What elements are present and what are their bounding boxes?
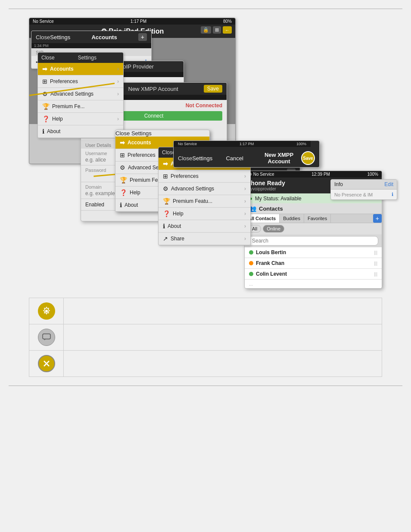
xmpp-front-time: 1:17 PM <box>240 142 254 146</box>
svg-rect-1 <box>43 334 50 339</box>
phone-ready-subtitle: Myvoipprovider <box>247 187 276 191</box>
help-label-2: Help <box>130 190 140 196</box>
online-sub-tab[interactable]: Online <box>263 225 284 233</box>
settings-ext-advanced-item[interactable]: ⚙ Advanced Settings › <box>159 183 250 195</box>
ext-share-arrow: › <box>244 236 246 242</box>
xmpp-front-title: New XMPP Account <box>257 152 301 165</box>
preferences-icon-2: ⊞ <box>120 152 125 159</box>
settings-panel-first: Close Settings ➡ Accounts › ⊞ Preference… <box>37 52 124 138</box>
favorites-tab[interactable]: Favorites <box>304 214 331 223</box>
ext-share-icon: ↗ <box>163 235 168 242</box>
buddies-tab[interactable]: Buddies <box>280 214 304 223</box>
settings-premium-item-first[interactable]: 🏆 Premium Fe... <box>38 100 123 113</box>
accounts-label: Accounts <box>50 66 74 72</box>
settings-preferences-item[interactable]: ⊞ Preferences › <box>38 75 123 88</box>
xmpp-front-save-button[interactable]: Save <box>301 151 315 165</box>
legend-row-2 <box>29 324 382 351</box>
ext-premium-arrow: › <box>244 198 246 204</box>
ext-share-label: Share <box>171 236 184 242</box>
legend-desc-2 <box>64 324 382 351</box>
battery-label: 80% <box>223 19 232 24</box>
ext-preferences-icon: ⊞ <box>163 173 168 180</box>
advanced-icon-2: ⚙ <box>120 164 125 171</box>
my-status-text: My Status: Available <box>255 196 302 202</box>
phone-ready-status-bar: ⚙ No Service 12:39 PM 100% <box>245 171 382 177</box>
xmpp-back-title: New XMPP Account <box>128 86 178 92</box>
presence-info-icon[interactable]: ℹ <box>392 192 393 197</box>
xmpp-front-cancel-btn[interactable]: Cancel <box>212 155 257 162</box>
ext-about-icon: ℹ <box>163 223 165 230</box>
settings-ext-help-item[interactable]: ❓ Help › <box>159 208 250 220</box>
presence-row: No Presence & IM ℹ <box>331 190 397 199</box>
pr-signal: ⚙ No Service <box>248 172 274 177</box>
xmpp-back-save-button[interactable]: Save <box>204 85 222 93</box>
info-panel-header: Info Edit <box>331 180 397 190</box>
preferences-icon: ⊞ <box>42 78 47 85</box>
add-account-button[interactable]: + <box>138 33 147 41</box>
settings-ext-premium-item[interactable]: 🏆 Premium Featu... › <box>159 195 250 208</box>
settings-close-btn-second[interactable]: Close <box>115 130 130 137</box>
grid-icon[interactable]: ⊞ <box>213 26 221 34</box>
about-icon-first: ℹ <box>42 128 44 135</box>
xmpp-front-settings-title: Settings <box>192 155 212 162</box>
frank-name: Frank Chan <box>256 260 284 266</box>
premium-icon-first: 🏆 <box>42 103 50 110</box>
phone-ready-label: Phone Ready <box>247 180 285 187</box>
premium-label-first: Premium Fe... <box>52 103 84 109</box>
ext-about-arrow: › <box>244 223 246 229</box>
xmpp-front-nav: Close Settings Cancel New XMPP Account S… <box>174 149 319 167</box>
search-input[interactable] <box>248 236 378 246</box>
info-title: Info <box>334 181 343 187</box>
accounts-icon: ➡ <box>42 65 47 72</box>
search-bar <box>245 234 382 247</box>
lock-icon[interactable]: 🔒 <box>201 26 211 34</box>
ext-advanced-icon: ⚙ <box>163 185 168 192</box>
ext-advanced-label: Advanced Settings <box>171 186 214 192</box>
legend-row-1 <box>29 298 382 324</box>
accounts-time: 1:34 PM <box>34 44 49 48</box>
ext-accounts-icon: ➡ <box>163 160 168 167</box>
contact-colin-levent[interactable]: Colin Levent ||| <box>245 269 382 280</box>
settings-ext-share-item[interactable]: ↗ Share › <box>159 233 250 245</box>
info-edit-btn[interactable]: Edit <box>384 181 393 187</box>
ext-help-arrow: › <box>244 211 246 217</box>
add-contact-button[interactable]: + <box>373 214 382 223</box>
legend-icon-cell-2 <box>29 324 64 351</box>
ext-about-label: About <box>168 223 181 229</box>
accounts-arrow-icon: › <box>117 66 119 72</box>
xmpp-front-close-btn[interactable]: Close <box>178 155 192 162</box>
info-panel: Info Edit Ryan Miller softphone: 2106@in… <box>330 179 397 200</box>
accounts-settings-title: Settings <box>50 34 70 40</box>
bottom-legend-table <box>29 298 382 377</box>
ext-help-label: Help <box>173 211 184 217</box>
frank-status-dot <box>249 261 253 265</box>
settings-advanced-item[interactable]: ⚙ Advanced Settings › <box>38 88 123 100</box>
settings-ext-preferences-item[interactable]: ⊞ Preferences › <box>159 170 250 183</box>
about-label-2: About <box>125 202 138 208</box>
main-status-bar: No Service 1:17 PM 80% <box>29 18 235 25</box>
contact-frank-chan[interactable]: Frank Chan ||| <box>245 258 382 269</box>
contact-louis-bertin[interactable]: Louis Bertin ||| <box>245 247 382 258</box>
settings-help-item-first[interactable]: ❓ Help › <box>38 113 123 125</box>
settings-ext-about-item[interactable]: ℹ About › <box>159 220 250 233</box>
time-label: 1:17 PM <box>131 19 146 24</box>
colin-indicator: ||| <box>374 272 377 277</box>
accounts-status-bar: 1:34 PM <box>31 43 151 48</box>
new-xmpp-front-panel: No Service 1:17 PM 100% Close Settings C… <box>173 140 320 168</box>
svg-point-0 <box>45 310 48 312</box>
settings-title-second: Settings <box>131 130 152 137</box>
account-status-value: Not Connected <box>186 103 222 109</box>
help-icon-first: ❓ <box>42 115 50 122</box>
about-label-first: About <box>47 128 60 134</box>
settings-about-item-first[interactable]: ℹ About › <box>38 125 123 138</box>
settings-accounts-item[interactable]: ➡ Accounts › <box>38 63 123 75</box>
premium-icon-2: 🏆 <box>120 177 127 184</box>
pr-battery: 100% <box>367 172 378 177</box>
legend-row-3 <box>29 351 382 377</box>
back-icon[interactable]: ← <box>223 26 232 34</box>
accounts-close-btn[interactable]: Close <box>36 34 50 40</box>
signal-label: No Service <box>33 19 54 24</box>
settings-close-btn-first[interactable]: Close <box>41 55 55 61</box>
legend-x-icon <box>38 355 55 372</box>
prefs-arrow-icon: › <box>117 78 119 84</box>
